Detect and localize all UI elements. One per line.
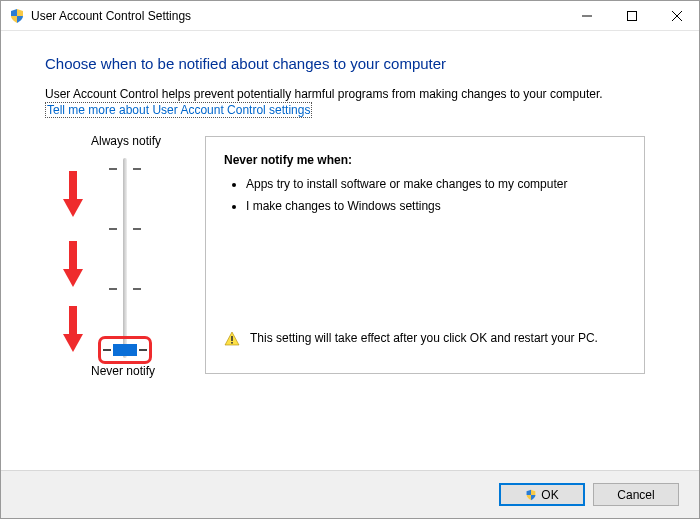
slider-thumb[interactable] [113, 344, 137, 356]
svg-marker-7 [63, 269, 83, 287]
ok-button[interactable]: OK [499, 483, 585, 506]
svg-rect-1 [627, 11, 636, 20]
description-panel: Never notify me when: Apps try to instal… [205, 136, 645, 374]
notification-slider[interactable]: Always notify Never notify [45, 136, 195, 374]
slider-tick [139, 349, 147, 351]
dialog-footer: OK Cancel [1, 470, 699, 518]
window-controls [564, 1, 699, 30]
panel-list: Apps try to install software or make cha… [232, 177, 626, 213]
list-item: Apps try to install software or make cha… [246, 177, 626, 191]
annotation-arrow-icon [63, 241, 83, 287]
svg-rect-4 [69, 171, 77, 201]
slider-tick [109, 228, 117, 230]
svg-rect-8 [69, 306, 77, 336]
slider-tick [133, 228, 141, 230]
slider-tick [109, 288, 117, 290]
uac-shield-icon [9, 8, 25, 24]
cancel-button[interactable]: Cancel [593, 483, 679, 506]
panel-title: Never notify me when: [224, 153, 626, 167]
warning-icon [224, 331, 240, 347]
slider-tick [133, 288, 141, 290]
close-button[interactable] [654, 1, 699, 30]
svg-rect-12 [231, 342, 233, 344]
slider-tick [109, 168, 117, 170]
warning-row: This setting will take effect after you … [224, 331, 624, 347]
warning-text: This setting will take effect after you … [250, 331, 598, 345]
content-area: Choose when to be notified about changes… [1, 31, 699, 374]
maximize-button[interactable] [609, 1, 654, 30]
slider-tick [133, 168, 141, 170]
page-description: User Account Control helps prevent poten… [45, 86, 655, 118]
help-link[interactable]: Tell me more about User Account Control … [45, 102, 312, 118]
svg-rect-6 [69, 241, 77, 271]
slider-tick [103, 349, 111, 351]
uac-shield-icon [525, 489, 537, 501]
slider-track [123, 158, 127, 358]
titlebar: User Account Control Settings [1, 1, 699, 31]
page-heading: Choose when to be notified about changes… [45, 55, 655, 72]
window-title: User Account Control Settings [31, 9, 191, 23]
slider-bottom-label: Never notify [91, 364, 155, 378]
annotation-arrow-icon [63, 306, 83, 352]
list-item: I make changes to Windows settings [246, 199, 626, 213]
svg-marker-9 [63, 334, 83, 352]
minimize-button[interactable] [564, 1, 609, 30]
slider-top-label: Always notify [91, 134, 161, 148]
annotation-arrow-icon [63, 171, 83, 217]
svg-marker-5 [63, 199, 83, 217]
uac-window: User Account Control Settings Choose whe… [0, 0, 700, 519]
svg-rect-11 [231, 336, 233, 341]
